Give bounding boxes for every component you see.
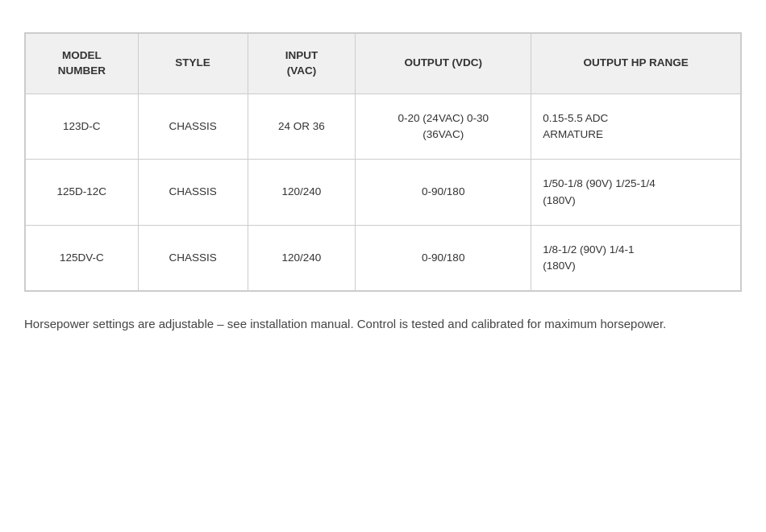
cell-input: 120/240 [248, 225, 356, 291]
cell-model: 125D-12C [26, 160, 139, 226]
footnote-text: Horsepower settings are adjustable – see… [24, 314, 718, 334]
table-row: 125D-12CCHASSIS120/2400-90/1801/50-1/8 (… [26, 160, 741, 226]
cell-output-vdc: 0-20 (24VAC) 0-30(36VAC) [356, 94, 531, 160]
table-wrapper: MODELNUMBER STYLE INPUT(VAC) OUTPUT (VDC… [24, 32, 742, 292]
cell-output-hp: 0.15-5.5 ADCARMATURE [531, 94, 741, 160]
table-row: 123D-CCHASSIS24 OR 360-20 (24VAC) 0-30(3… [26, 94, 741, 160]
col-header-model: MODELNUMBER [26, 34, 139, 94]
cell-style: CHASSIS [138, 225, 248, 291]
cell-model: 123D-C [26, 94, 139, 160]
col-header-output-vdc: OUTPUT (VDC) [356, 34, 531, 94]
cell-output-hp: 1/8-1/2 (90V) 1/4-1(180V) [531, 225, 741, 291]
cell-input: 120/240 [248, 160, 356, 226]
cell-output-hp: 1/50-1/8 (90V) 1/25-1/4(180V) [531, 160, 741, 226]
cell-input: 24 OR 36 [248, 94, 356, 160]
cell-output-vdc: 0-90/180 [356, 160, 531, 226]
table-row: 125DV-CCHASSIS120/2400-90/1801/8-1/2 (90… [26, 225, 741, 291]
cell-style: CHASSIS [138, 160, 248, 226]
cell-output-vdc: 0-90/180 [356, 225, 531, 291]
product-table: MODELNUMBER STYLE INPUT(VAC) OUTPUT (VDC… [25, 33, 741, 291]
col-header-output-hp: OUTPUT HP RANGE [531, 34, 741, 94]
table-header-row: MODELNUMBER STYLE INPUT(VAC) OUTPUT (VDC… [26, 34, 741, 94]
cell-style: CHASSIS [138, 94, 248, 160]
col-header-style: STYLE [138, 34, 248, 94]
cell-model: 125DV-C [26, 225, 139, 291]
col-header-input: INPUT(VAC) [248, 34, 356, 94]
